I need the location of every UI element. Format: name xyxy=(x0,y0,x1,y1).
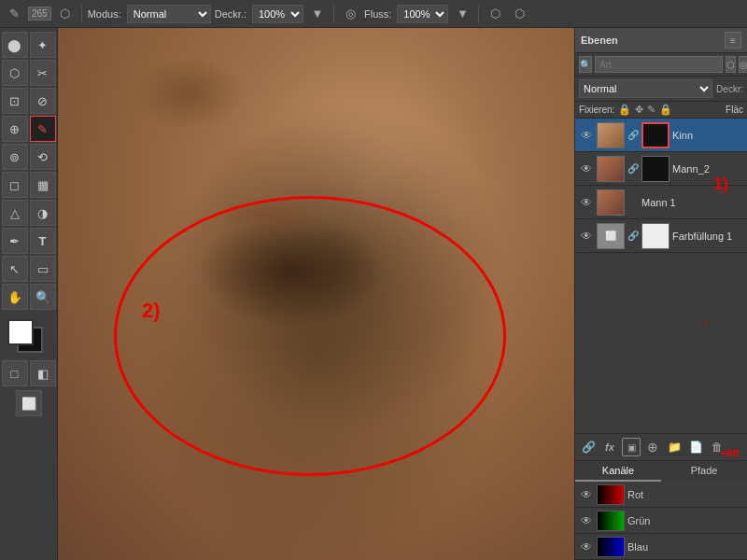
opacity-label: Deckr: xyxy=(716,84,743,94)
layers-list: 👁 🔗 Kinn 👁 🔗 Mann_2 👁 Mann 1 xyxy=(575,119,747,433)
layer-item-kinn[interactable]: 👁 🔗 Kinn xyxy=(575,119,747,152)
eraser-tool[interactable]: ◻ xyxy=(2,172,28,198)
layers-icon-1[interactable]: ⬡ xyxy=(726,56,736,73)
fluss-select[interactable]: 100% xyxy=(397,5,448,23)
layer-thumb-farbf-mask xyxy=(641,223,669,249)
channel-item-rot[interactable]: 👁 Rot xyxy=(575,482,747,508)
new-adjustment-icon[interactable]: ⊕ xyxy=(643,438,662,456)
layer-vis-mann1[interactable]: 👁 xyxy=(579,195,594,210)
red-arrow-svg xyxy=(575,322,747,324)
magic-wand-tool[interactable]: ✂ xyxy=(30,60,56,86)
layers-icon-2[interactable]: ◎ xyxy=(739,56,747,73)
canvas-area: 2) xyxy=(58,28,574,560)
alt-annotation: +Alt xyxy=(720,447,740,458)
separator xyxy=(81,5,82,23)
dodge-tool[interactable]: △ xyxy=(2,200,28,226)
blur-tool[interactable]: ◑ xyxy=(30,200,56,226)
fluss-label: Fluss: xyxy=(364,8,391,20)
link-layers-icon[interactable]: 🔗 xyxy=(579,438,598,456)
clone-tool[interactable]: ⊚ xyxy=(2,144,28,170)
fluss-options-icon[interactable]: ▼ xyxy=(452,4,472,24)
layer-thumb-mann2-mask xyxy=(641,156,669,182)
layer-item-mann1[interactable]: 👁 Mann 1 xyxy=(575,186,747,219)
channels-list: 👁 Rot 👁 Grün 👁 Blau xyxy=(575,482,747,560)
brush-options-icon[interactable]: ⬡ xyxy=(55,4,76,24)
foreground-color[interactable] xyxy=(7,319,34,345)
text-tool[interactable]: T xyxy=(30,228,56,254)
shape-tool[interactable]: ▭ xyxy=(30,256,56,282)
layers-menu-icon[interactable]: ≡ xyxy=(725,32,741,49)
layer-name-mann1: Mann 1 xyxy=(641,197,743,208)
all-lock-icon[interactable]: 🔒 xyxy=(659,104,672,116)
channel-thumb-gruen xyxy=(597,511,625,531)
art-lock-icon[interactable]: ✎ xyxy=(647,104,655,116)
move-lock-icon[interactable]: ✥ xyxy=(635,104,643,116)
layer-vis-mann2[interactable]: 👁 xyxy=(579,161,594,176)
tool-row-10: ✋ 🔍 xyxy=(2,284,56,310)
channel-name-rot: Rot xyxy=(627,489,643,500)
selection-tool[interactable]: ⬤ xyxy=(2,32,28,58)
eyedropper-tool[interactable]: ⊘ xyxy=(30,88,56,114)
modus-label: Modus: xyxy=(88,8,121,20)
standard-mode[interactable]: □ xyxy=(2,360,28,386)
channel-item-gruen[interactable]: 👁 Grün xyxy=(575,508,747,534)
fixieren-row: Fixieren: 🔒 ✥ ✎ 🔒 Fläc xyxy=(575,102,747,119)
search-icon[interactable]: 🔍 xyxy=(579,56,592,73)
history-brush-tool[interactable]: ⟲ xyxy=(30,144,56,170)
crop-tool[interactable]: ⊡ xyxy=(2,88,28,114)
extra-icon2[interactable]: ⬡ xyxy=(509,4,529,24)
opacity-options-icon[interactable]: ▼ xyxy=(307,4,328,24)
layer-vis-kinn[interactable]: 👁 xyxy=(579,128,594,143)
layer-link-kinn: 🔗 xyxy=(627,130,639,140)
fx-icon[interactable]: fx xyxy=(600,438,619,456)
right-panel: Ebenen ≡ 🔍 ⬡ ◎ T ≡ Normal Deckr: Fixiere… xyxy=(574,28,747,560)
channel-name-gruen: Grün xyxy=(627,515,650,526)
opacity-select[interactable]: 100% xyxy=(252,5,303,23)
channel-item-blau[interactable]: 👁 Blau xyxy=(575,534,747,560)
blend-mode-select[interactable]: Normal xyxy=(579,79,712,98)
modus-select[interactable]: Normal xyxy=(127,5,211,23)
channel-vis-blau[interactable]: 👁 xyxy=(579,539,594,554)
tab-pfade[interactable]: Pfade xyxy=(661,461,747,482)
layer-item-mann2[interactable]: 👁 🔗 Mann_2 xyxy=(575,152,747,186)
hand-tool[interactable]: ✋ xyxy=(2,284,28,310)
heal-tool[interactable]: ⊕ xyxy=(2,116,28,142)
tab-kanaele[interactable]: Kanäle xyxy=(575,461,661,482)
move-tool[interactable]: ✦ xyxy=(30,32,56,58)
channel-tabs: Kanäle Pfade xyxy=(575,460,747,482)
brush-tool[interactable]: ✎ xyxy=(30,116,56,142)
color-picker[interactable] xyxy=(6,317,52,355)
layer-name-kinn: Kinn xyxy=(672,130,743,141)
gradient-tool[interactable]: ▦ xyxy=(30,172,56,198)
tool-row-9: ↖ ▭ xyxy=(2,256,56,282)
add-mask-icon[interactable]: ▣ xyxy=(622,438,641,456)
left-toolbox: ⬤ ✦ ⬡ ✂ ⊡ ⊘ ⊕ ✎ ⊚ ⟲ ◻ ▦ △ ◑ ✒ T xyxy=(0,28,58,560)
tool-row-1: ⬤ ✦ xyxy=(2,32,56,58)
layers-search-bar: 🔍 ⬡ ◎ T ≡ xyxy=(575,53,747,77)
tool-row-6: ◻ ▦ xyxy=(2,172,56,198)
quick-mask-mode[interactable]: ◧ xyxy=(30,360,56,386)
channel-vis-gruen[interactable]: 👁 xyxy=(579,513,594,528)
channel-vis-rot[interactable]: 👁 xyxy=(579,487,594,502)
layers-search-input[interactable] xyxy=(595,56,723,73)
layer-item-farbf[interactable]: 👁 ⬜ 🔗 Farbfüllung 1 xyxy=(575,219,747,253)
brush-tool-icon[interactable]: ✎ xyxy=(4,4,24,24)
tool-row-3: ⊡ ⊘ xyxy=(2,88,56,114)
lasso-tool[interactable]: ⬡ xyxy=(2,60,28,86)
extra-icon1[interactable]: ⬡ xyxy=(485,4,505,24)
new-layer-icon[interactable]: 📄 xyxy=(686,438,705,456)
lock-icon[interactable]: 🔒 xyxy=(618,104,631,116)
new-group-icon[interactable]: 📁 xyxy=(665,438,684,456)
separator2 xyxy=(333,5,334,23)
path-select-tool[interactable]: ↖ xyxy=(2,256,28,282)
screen-mode[interactable]: ⬜ xyxy=(16,390,42,416)
pen-tool[interactable]: ✒ xyxy=(2,228,28,254)
layer-thumb-kinn-mask xyxy=(641,122,669,148)
separator3 xyxy=(478,5,479,23)
tool-row-mask: □ ◧ xyxy=(2,360,56,386)
airbrush-icon[interactable]: ◎ xyxy=(340,4,360,24)
fixieren-label: Fixieren: xyxy=(579,105,614,115)
brush-size-value[interactable]: 265 xyxy=(28,7,51,21)
layer-vis-farbf[interactable]: 👁 xyxy=(579,229,594,244)
zoom-tool[interactable]: 🔍 xyxy=(30,284,56,310)
